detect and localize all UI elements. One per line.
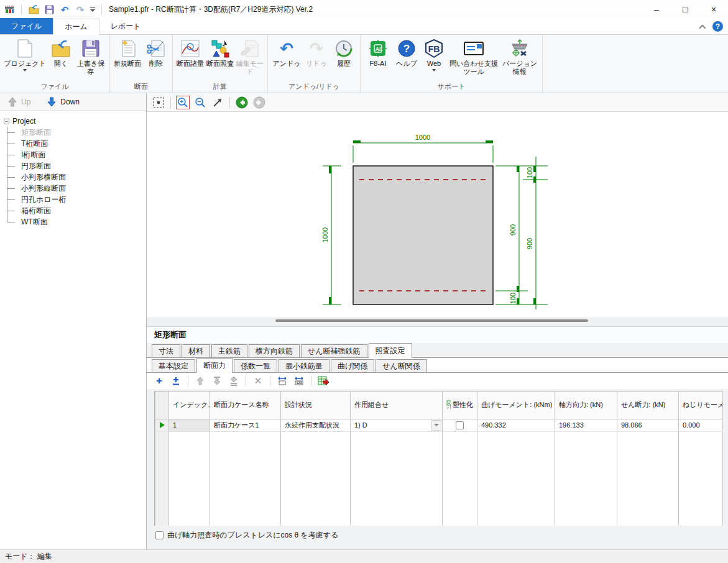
view-back-icon[interactable] xyxy=(235,96,249,109)
load-case-table-wrap: インデックス 断面力ケース名称 設計状況 作用組合せ 塑性化 曲げモーメント: … xyxy=(154,391,723,526)
tab-shear[interactable]: せん断関係 xyxy=(376,359,427,372)
cell-combination[interactable]: 1) D xyxy=(351,419,443,431)
zoom-out-icon[interactable] xyxy=(193,96,207,109)
col-axial[interactable]: 軸方向力: (kN) xyxy=(555,391,617,419)
svg-text:FB: FB xyxy=(428,44,440,54)
history-button[interactable]: 履歴 xyxy=(330,36,357,82)
combo-dropdown-icon[interactable] xyxy=(431,420,441,431)
cell-shear[interactable]: 98.066 xyxy=(617,419,679,431)
web-button[interactable]: FB Web xyxy=(420,36,448,82)
col-moment[interactable]: 曲げモーメント: (kNm) xyxy=(477,391,555,419)
svg-text:100: 100 xyxy=(509,293,517,304)
tab-check-settings[interactable]: 照査設定 xyxy=(369,343,412,358)
tree-item-oval-horizontal[interactable]: 小判形横断面 xyxy=(6,172,146,183)
table-row[interactable]: 1 断面力ケース1 永続作用支配状況 1) D 490.332 196.133 … xyxy=(155,419,723,431)
section-drawing-canvas[interactable]: 1000 1000 xyxy=(147,112,728,317)
tree-item-hollow-girder[interactable]: 円孔ホロー桁 xyxy=(6,194,146,205)
mode-status: モード： 編集 xyxy=(5,551,52,562)
add-row-icon[interactable]: + xyxy=(153,375,165,387)
tab-min-rebar[interactable]: 最小鉄筋量 xyxy=(279,359,329,372)
cell-index[interactable]: 1 xyxy=(169,419,210,431)
section-properties-button[interactable]: 断面諸量 xyxy=(175,36,205,82)
tab-materials[interactable]: 材料 xyxy=(182,344,210,357)
svg-text:1000: 1000 xyxy=(415,134,430,141)
fit-column-data-icon[interactable]: 123 xyxy=(293,375,305,387)
version-info-button[interactable]: バージョン情報 xyxy=(500,36,540,82)
cell-moment[interactable]: 490.332 xyxy=(477,419,555,431)
undo-button[interactable]: ↶ アンドゥ xyxy=(270,36,303,82)
tab-transverse-rebar[interactable]: 横方向鉄筋 xyxy=(249,344,300,357)
tab-main-rebar[interactable]: 主鉄筋 xyxy=(211,344,247,357)
close-button[interactable]: × xyxy=(699,0,728,19)
col-index[interactable]: インデックス xyxy=(169,391,210,419)
grid-toolbar: + ✕ xyxy=(147,373,728,389)
open-icon xyxy=(51,39,71,58)
project-tree: − Project 矩形断面 T桁断面 I桁断面 円形断面 小判形横断面 小判形… xyxy=(0,111,146,227)
open-file-icon[interactable] xyxy=(28,4,39,15)
col-case-name[interactable]: 断面力ケース名称 xyxy=(210,391,281,419)
section-check-button[interactable]: 断面照査 xyxy=(205,36,235,82)
tree-item-i-girder[interactable]: I桁断面 xyxy=(6,149,146,160)
cell-axial[interactable]: 196.133 xyxy=(555,419,617,431)
tree-item-box-girder[interactable]: 箱桁断面 xyxy=(6,205,146,216)
col-shear[interactable]: せん断力: (kN) xyxy=(617,391,679,419)
maximize-button[interactable]: □ xyxy=(671,0,699,19)
tab-shear-rebar[interactable]: せん断補強鉄筋 xyxy=(301,344,367,357)
prestress-option[interactable]: 曲げ軸力照査時のプレストレスにcos θ を考慮する xyxy=(155,530,338,541)
delete-section-button[interactable]: 削除 xyxy=(142,36,170,82)
tab-coefficients[interactable]: 係数一覧 xyxy=(234,359,277,372)
fit-view-icon[interactable] xyxy=(152,96,165,109)
cell-torsion[interactable]: 0.000 xyxy=(679,419,723,431)
col-design-state[interactable]: 設計状況 xyxy=(281,391,351,419)
drawing-toolbar xyxy=(147,93,728,112)
qat-customize-icon[interactable] xyxy=(90,7,95,12)
open-button[interactable]: 開く xyxy=(47,36,75,82)
tab-report[interactable]: レポート xyxy=(99,18,152,34)
ribbon-help-icon[interactable]: ? xyxy=(712,21,723,32)
tab-home[interactable]: ホーム xyxy=(53,19,99,35)
minimize-button[interactable]: – xyxy=(642,0,671,19)
tree-item-rectangular[interactable]: 矩形断面 xyxy=(6,127,146,138)
tree-root[interactable]: − Project xyxy=(4,116,146,127)
splitter-grip[interactable] xyxy=(275,319,588,322)
up-arrow-icon xyxy=(7,97,17,107)
redo-icon[interactable]: ↷ xyxy=(75,4,86,15)
save-icon[interactable] xyxy=(44,4,55,15)
ribbon-group-section: 新規断面 削除 断面 xyxy=(110,35,173,93)
insert-row-icon[interactable] xyxy=(170,375,182,387)
zoom-in-icon[interactable] xyxy=(176,96,190,109)
tree-item-circular[interactable]: 円形断面 xyxy=(6,160,146,172)
export-table-icon[interactable] xyxy=(317,375,329,387)
tree-item-wt[interactable]: WT断面 xyxy=(6,216,146,227)
tab-file[interactable]: ファイル xyxy=(0,18,53,34)
pan-icon[interactable] xyxy=(211,96,224,109)
prestress-checkbox[interactable] xyxy=(155,531,164,539)
tab-section-forces[interactable]: 断面力 xyxy=(196,358,233,373)
fit-column-icon[interactable] xyxy=(276,375,288,387)
col-plastic[interactable]: 塑性化 xyxy=(443,391,477,419)
tree-item-oval-vertical[interactable]: 小判形縦断面 xyxy=(6,183,146,194)
move-down-button[interactable]: Down xyxy=(47,97,80,107)
plastic-checkbox[interactable] xyxy=(456,421,464,429)
tree-item-t-girder[interactable]: T桁断面 xyxy=(6,138,146,149)
cell-design-state[interactable]: 永続作用支配状況 xyxy=(281,419,351,431)
new-section-button[interactable]: 新規断面 xyxy=(113,36,142,82)
cell-case-name[interactable]: 断面力ケース1 xyxy=(210,419,281,431)
help-button[interactable]: ? ヘルプ xyxy=(393,36,420,82)
redo-button: ↷ リドゥ xyxy=(303,36,330,82)
tab-basic-settings[interactable]: 基本設定 xyxy=(152,359,195,372)
plastic-toggle-icon xyxy=(446,400,451,410)
col-torsion[interactable]: ねじりモーメ xyxy=(679,391,723,419)
ribbon-tab-row: ファイル ホーム レポート xyxy=(0,19,728,35)
project-button[interactable]: プロジェクト xyxy=(2,36,47,82)
tab-bending[interactable]: 曲げ関係 xyxy=(331,359,374,372)
f8-ai-button[interactable]: AI F8-AI xyxy=(363,36,393,82)
inquiry-tool-button[interactable]: 問い合わせ支援ツール xyxy=(448,36,500,82)
tab-dimensions[interactable]: 寸法 xyxy=(152,344,180,357)
splitter[interactable] xyxy=(147,317,728,326)
col-combination[interactable]: 作用組合せ xyxy=(351,391,443,419)
cell-plastic[interactable] xyxy=(443,419,477,431)
save-button[interactable]: 上書き保存 xyxy=(75,36,107,82)
collapse-icon[interactable]: − xyxy=(4,119,9,124)
undo-icon[interactable]: ↶ xyxy=(59,4,70,15)
